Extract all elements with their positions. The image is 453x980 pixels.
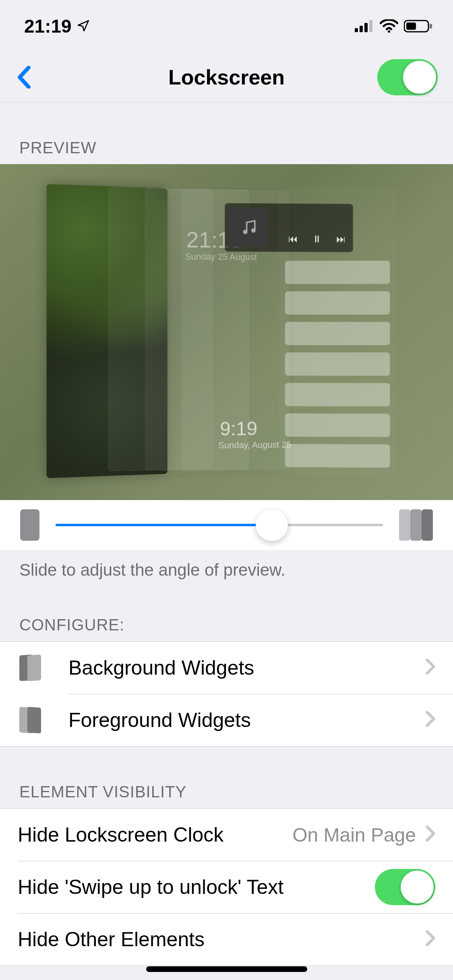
layers-front-icon xyxy=(18,706,46,734)
preview-section-header: PREVIEW xyxy=(0,103,453,164)
cell-label: Foreground Widgets xyxy=(68,708,426,732)
preview-notifications-layer xyxy=(279,187,397,478)
visibility-section-header: ELEMENT VISIBILITY xyxy=(0,747,453,808)
home-indicator[interactable] xyxy=(146,966,307,972)
svg-point-8 xyxy=(243,230,248,234)
hide-other-elements-cell[interactable]: Hide Other Elements xyxy=(0,913,453,966)
slider-thumb[interactable] xyxy=(256,509,288,541)
cell-signal-icon xyxy=(355,20,374,32)
svg-rect-7 xyxy=(430,24,432,29)
configure-section-header: CONFIGURE: xyxy=(0,580,453,641)
svg-rect-1 xyxy=(360,26,363,32)
preview-notification-row xyxy=(285,352,390,376)
cell-label: Background Widgets xyxy=(68,656,426,679)
nav-bar: Lockscreen xyxy=(0,52,453,103)
slider-max-layers-icon xyxy=(399,509,433,541)
background-widgets-cell[interactable]: Background Widgets xyxy=(0,642,453,694)
preview-notification-row xyxy=(285,322,390,345)
battery-icon xyxy=(404,19,433,33)
svg-rect-2 xyxy=(364,23,368,32)
preview-large-clock-date: Sunday 25 August xyxy=(185,251,257,262)
foreground-widgets-cell[interactable]: Foreground Widgets xyxy=(0,694,453,746)
status-bar: 21:19 xyxy=(0,0,453,52)
hide-swipe-toggle[interactable] xyxy=(375,869,435,905)
preview-angle-slider[interactable] xyxy=(56,524,383,526)
svg-point-4 xyxy=(388,30,390,33)
hide-clock-cell[interactable]: Hide Lockscreen Clock On Main Page xyxy=(0,809,453,861)
chevron-right-icon xyxy=(426,708,435,732)
preview-notification-row xyxy=(285,383,390,407)
preview-angle-hint: Slide to adjust the angle of preview. xyxy=(0,550,453,580)
preview-small-clock: 9:19 xyxy=(220,417,257,440)
location-icon xyxy=(77,15,90,37)
cell-label: Hide 'Swipe up to unlock' Text xyxy=(18,875,375,899)
chevron-right-icon xyxy=(426,823,435,846)
svg-rect-0 xyxy=(355,28,358,32)
svg-rect-3 xyxy=(369,20,372,32)
slider-min-flat-icon xyxy=(20,509,39,541)
preview-notification-row xyxy=(285,444,390,467)
cell-label: Hide Other Elements xyxy=(18,928,426,951)
back-button[interactable] xyxy=(12,61,36,93)
preview-angle-slider-row xyxy=(0,500,453,550)
chevron-right-icon xyxy=(426,928,435,951)
svg-point-9 xyxy=(251,228,256,233)
status-time: 21:19 xyxy=(24,15,72,37)
lockscreen-preview: 21:19 Sunday 25 August 9:19 Sunday, Augu… xyxy=(0,164,453,500)
music-note-icon xyxy=(230,208,268,247)
preview-notification-row xyxy=(285,291,390,315)
svg-rect-6 xyxy=(406,23,416,30)
cell-value: On Main Page xyxy=(292,824,416,846)
cell-label: Hide Lockscreen Clock xyxy=(18,823,292,846)
chevron-right-icon xyxy=(426,656,435,679)
preview-notification-row xyxy=(285,261,390,284)
layers-back-icon xyxy=(18,654,46,682)
master-toggle[interactable] xyxy=(377,59,438,95)
wifi-icon xyxy=(380,19,398,33)
preview-notification-row xyxy=(285,414,390,437)
hide-swipe-text-cell: Hide 'Swipe up to unlock' Text xyxy=(0,861,453,913)
